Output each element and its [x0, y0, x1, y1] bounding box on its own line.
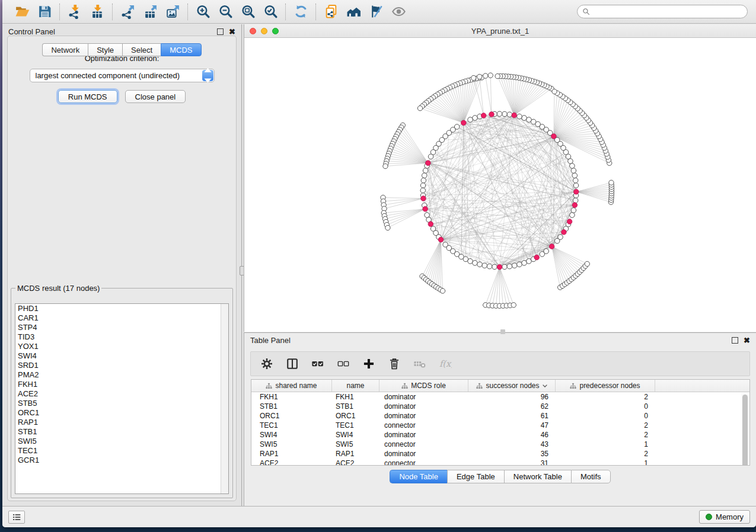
table-row[interactable]: TEC1TEC1connector472 [251, 421, 749, 430]
refresh-network-button[interactable] [292, 4, 310, 20]
export-network-icon [120, 4, 135, 19]
column-header-name[interactable]: name [332, 380, 379, 392]
trash-icon [388, 357, 401, 370]
table-toolbar: f(x) [250, 351, 750, 376]
import-table-button[interactable] [88, 4, 106, 20]
tab-mcds[interactable]: MCDS [161, 43, 201, 56]
tab-node-table[interactable]: Node Table [390, 470, 447, 483]
mcds-node-item[interactable]: SWI4 [15, 351, 228, 361]
deselect-all-icon [337, 357, 350, 370]
zoom-selected-button[interactable] [261, 4, 279, 20]
float-panel-icon[interactable] [732, 337, 738, 344]
mcds-node-item[interactable]: CAR1 [15, 313, 228, 323]
search-input[interactable] [593, 8, 742, 16]
table-row[interactable]: RAP1RAP1dominator352 [251, 449, 749, 459]
tab-network[interactable]: Network [42, 43, 88, 56]
mcds-node-item[interactable]: TID3 [15, 332, 228, 342]
close-panel-button[interactable]: Close panel [125, 90, 186, 103]
sitemap-icon [476, 383, 483, 389]
mcds-node-item[interactable]: GCR1 [15, 456, 228, 465]
network-window-titlebar[interactable]: YPA_prune.txt_1 [244, 24, 756, 38]
eye-button[interactable] [390, 4, 407, 20]
close-panel-icon[interactable]: ✖ [229, 28, 235, 35]
mcds-node-item[interactable]: YOX1 [15, 342, 228, 351]
tab-network-table[interactable]: Network Table [504, 470, 571, 483]
export-image-icon [165, 4, 180, 19]
add-button[interactable] [361, 356, 377, 371]
table-row[interactable]: STB1STB1dominator620 [251, 402, 749, 411]
network-graph[interactable] [244, 39, 756, 332]
documents-share-button[interactable] [322, 4, 340, 20]
trash-button[interactable] [387, 356, 402, 371]
mcds-node-item[interactable]: STB1 [15, 427, 228, 437]
columns-button[interactable] [285, 356, 300, 371]
node-table: shared namenameMCDS rolesuccessor nodesp… [251, 379, 750, 466]
mcds-node-item[interactable]: RAP1 [15, 418, 228, 427]
mcds-node-item[interactable]: STP4 [15, 323, 228, 332]
table-row[interactable]: ACE2ACE2connector311 [251, 459, 749, 466]
open-session-button[interactable] [13, 4, 31, 20]
optimization-dropdown[interactable]: largest connected component (undirected) [30, 69, 215, 82]
memory-button[interactable]: Memory [699, 510, 750, 524]
export-network-button[interactable] [119, 4, 136, 20]
zoom-out-button[interactable] [216, 4, 234, 20]
documents-share-icon [324, 4, 339, 19]
select-all-button[interactable] [310, 356, 326, 371]
splitter-grip-horizontal[interactable] [500, 329, 505, 334]
function-icon: f(x) [439, 357, 452, 370]
table-row[interactable]: ORC1ORC1dominator610 [251, 411, 749, 421]
table-row[interactable]: SWI4SWI4dominator462 [251, 430, 749, 440]
flag-slash-button[interactable] [367, 4, 385, 20]
zoom-out-icon [218, 4, 233, 19]
table-panel-header: Table Panel ✖ [244, 333, 756, 347]
search-box[interactable] [577, 5, 748, 18]
mcds-tab-content: Optimization criterion: largest connecte… [7, 36, 237, 501]
column-header-MCDS-role[interactable]: MCDS role [379, 380, 468, 392]
mcds-node-item[interactable]: SRD1 [15, 361, 228, 370]
table-scrollbar-thumb[interactable] [742, 395, 748, 466]
tab-motifs[interactable]: Motifs [571, 470, 611, 483]
column-header-shared-name[interactable]: shared name [251, 380, 332, 392]
optimization-value: largest connected component (undirected) [36, 71, 180, 80]
tab-style[interactable]: Style [88, 43, 122, 56]
function-button: f(x) [438, 356, 453, 371]
eye-icon [391, 4, 406, 19]
mcds-node-item[interactable]: PMA2 [15, 370, 228, 380]
houses-button[interactable] [344, 4, 362, 20]
mcds-node-item[interactable]: FKH1 [15, 380, 228, 389]
mcds-node-item[interactable]: STB5 [15, 399, 228, 408]
table-scrollbar[interactable] [741, 393, 749, 464]
export-table-button[interactable] [141, 4, 159, 20]
export-image-button[interactable] [164, 4, 181, 20]
gear-button[interactable] [259, 356, 275, 371]
mcds-node-item[interactable]: ORC1 [15, 408, 228, 418]
flag-slash-icon [369, 4, 384, 19]
mcds-node-item[interactable]: PHD1 [15, 304, 228, 313]
tab-select[interactable]: Select [122, 43, 161, 56]
save-session-button[interactable] [36, 4, 53, 20]
column-header-successor-nodes[interactable]: successor nodes [468, 380, 556, 392]
table-row[interactable]: FKH1FKH1dominator962 [251, 392, 749, 402]
status-bar: Memory [2, 506, 756, 527]
table-row[interactable]: SWI5SWI5connector431 [251, 440, 749, 449]
mcds-result-list[interactable]: PHD1CAR1STP4TID3YOX1SWI4SRD1PMA2FKH1ACE2… [15, 303, 229, 494]
mcds-list-scrollbar[interactable] [221, 304, 228, 493]
select-all-icon [311, 357, 324, 370]
deselect-all-button[interactable] [336, 356, 351, 371]
status-menu-button[interactable] [8, 511, 25, 524]
mcds-node-item[interactable]: TEC1 [15, 446, 228, 456]
float-panel-icon[interactable] [217, 28, 224, 35]
zoom-fit-button[interactable] [239, 4, 257, 20]
tab-edge-table[interactable]: Edge Table [447, 470, 504, 483]
run-mcds-button[interactable]: Run MCDS [58, 90, 117, 103]
zoom-selected-icon [263, 4, 278, 19]
import-network-button[interactable] [66, 4, 84, 20]
mcds-node-item[interactable]: SWI5 [15, 437, 228, 446]
network-canvas[interactable] [244, 39, 756, 332]
mcds-node-item[interactable]: ACE2 [15, 389, 228, 399]
svg-text:f(x): f(x) [439, 358, 452, 368]
close-panel-icon[interactable]: ✖ [744, 337, 750, 344]
zoom-in-button[interactable] [194, 4, 212, 20]
column-header-predecessor-nodes[interactable]: predecessor nodes [556, 380, 655, 392]
list-icon [12, 512, 21, 522]
